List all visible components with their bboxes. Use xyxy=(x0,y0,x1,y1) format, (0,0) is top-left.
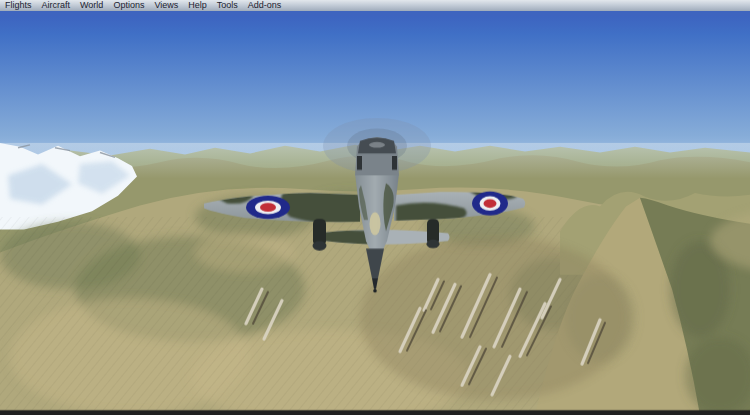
roundel-right xyxy=(472,191,508,215)
underside-patch xyxy=(370,212,381,235)
menu-item-views[interactable]: Views xyxy=(154,0,178,11)
roundel-left xyxy=(246,196,290,219)
canopy xyxy=(355,137,399,175)
simulator-viewport[interactable] xyxy=(0,16,750,415)
flight-sim-window: Flights Aircraft World Options Views Hel… xyxy=(0,0,750,415)
menu-item-tools[interactable]: Tools xyxy=(217,0,238,11)
menu-item-world[interactable]: World xyxy=(80,0,103,11)
menu-item-flights[interactable]: Flights xyxy=(5,0,32,11)
landing-gear-right xyxy=(427,219,440,248)
landing-gear-left xyxy=(313,219,327,251)
bottom-window-edge xyxy=(0,410,750,415)
menu-item-aircraft[interactable]: Aircraft xyxy=(42,0,71,11)
menu-item-addons[interactable]: Add-ons xyxy=(248,0,282,11)
menu-item-help[interactable]: Help xyxy=(188,0,207,11)
menu-bar: Flights Aircraft World Options Views Hel… xyxy=(0,0,750,11)
menu-item-options[interactable]: Options xyxy=(113,0,144,11)
